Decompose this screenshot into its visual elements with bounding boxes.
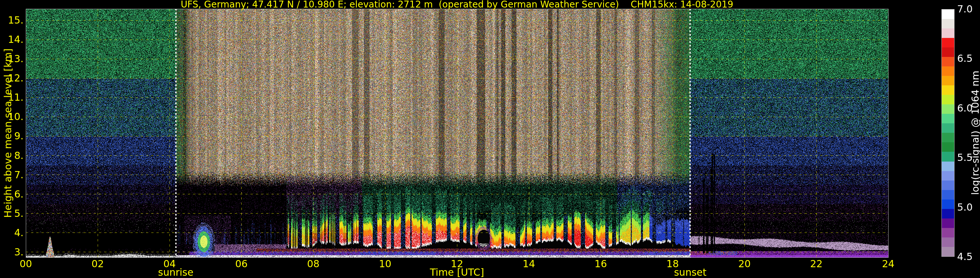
colorbar-band-23: [942, 228, 954, 238]
colorbar-band-12: [942, 123, 954, 133]
colorbar-band-15: [942, 152, 954, 161]
y-tick-5: 5.: [0, 208, 24, 219]
colorbar-band-14: [942, 142, 954, 152]
colorbar-band-5: [942, 57, 954, 66]
y-tick-4: 4.: [0, 227, 24, 238]
colorbar-band-18: [942, 181, 954, 190]
chart-title: UFS, Germany; 47.417 N / 10.980 E; eleva…: [26, 0, 888, 10]
sunset-annotation: sunset: [674, 267, 706, 278]
y-tick-11: 11.: [0, 91, 24, 103]
colorbar-band-25: [942, 247, 954, 256]
y-tick-10: 10.: [0, 111, 24, 122]
colorbar-band-16: [942, 161, 954, 171]
colorbar-tick-7.0: 7.0: [957, 3, 973, 15]
y-tick-7: 7.: [0, 169, 24, 181]
colorbar-band-21: [942, 209, 954, 219]
y-tick-15: 15.: [0, 14, 24, 26]
x-axis-label: Time [UTC]: [26, 267, 888, 278]
y-tick-12: 12.: [0, 72, 24, 84]
colorbar-tick-4.5: 4.5: [957, 251, 973, 262]
colorbar-label: log(rc-signal) @ 1064 nm: [970, 71, 980, 195]
colorbar-band-2: [942, 29, 954, 38]
colorbar-tick-6.5: 6.5: [957, 53, 973, 64]
y-tick-8: 8.: [0, 150, 24, 161]
colorbar-tick-5.0: 5.0: [957, 201, 973, 213]
colorbar-band-13: [942, 133, 954, 142]
colorbar-band-3: [942, 38, 954, 48]
colorbar-band-20: [942, 200, 954, 209]
y-tick-13: 13.: [0, 53, 24, 64]
colorbar-band-0: [942, 10, 954, 19]
colorbar-band-11: [942, 114, 954, 123]
colorbar-band-10: [942, 104, 954, 114]
colorbar-band-1: [942, 19, 954, 29]
colorbar-band-8: [942, 85, 954, 95]
y-tick-14: 14.: [0, 34, 24, 45]
y-tick-3: 3.: [0, 246, 24, 258]
colorbar-band-19: [942, 190, 954, 200]
y-tick-6: 6.: [0, 189, 24, 200]
colorbar-band-4: [942, 48, 954, 57]
colorbar-band-6: [942, 66, 954, 76]
colorbar-band-17: [942, 171, 954, 181]
colorbar-band-9: [942, 95, 954, 104]
colorbar: [942, 9, 955, 257]
colorbar-band-7: [942, 76, 954, 85]
ceilometer-quicklook-figure: UFS, Germany; 47.417 N / 10.980 E; eleva…: [0, 0, 980, 278]
heatmap-canvas: [0, 0, 980, 278]
colorbar-band-24: [942, 238, 954, 247]
y-tick-9: 9.: [0, 130, 24, 142]
sunrise-annotation: sunrise: [158, 267, 193, 278]
colorbar-band-22: [942, 219, 954, 228]
